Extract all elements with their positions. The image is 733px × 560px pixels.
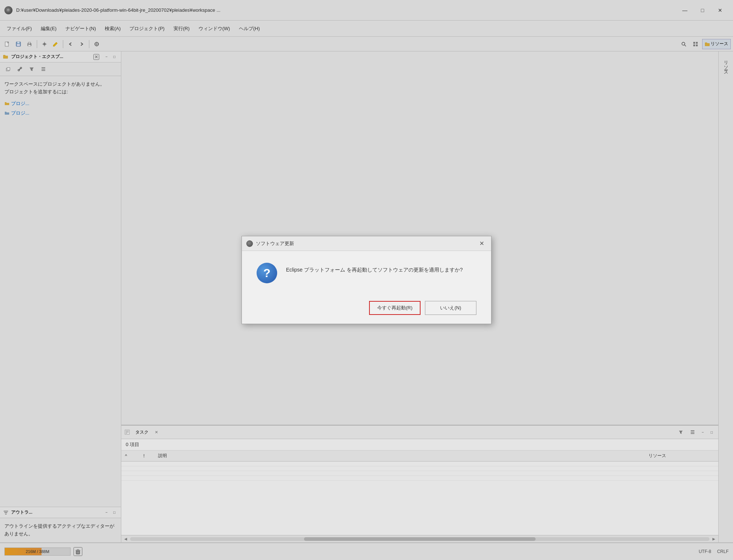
dialog-body: ? Eclipse プラットフォーム を再起動してソフトウェアの更新を適用します…	[242, 251, 491, 295]
dialog-footer: 今すぐ再起動(R) いいえ(N)	[242, 295, 491, 324]
dialog-close-button[interactable]: ✕	[476, 238, 487, 249]
dialog-title: ソフトウェア更新	[256, 240, 473, 247]
dialog-app-icon	[246, 240, 253, 247]
dialog-overlay: ソフトウェア更新 ✕ ? Eclipse プラットフォーム を再起動してソフトウ…	[0, 0, 733, 560]
dialog-message: Eclipse プラットフォーム を再起動してソフトウェアの更新を適用しますか?	[286, 263, 476, 274]
cancel-button[interactable]: いいえ(N)	[425, 301, 476, 315]
question-icon: ?	[257, 263, 277, 283]
dialog-title-bar: ソフトウェア更新 ✕	[242, 236, 491, 251]
software-update-dialog: ソフトウェア更新 ✕ ? Eclipse プラットフォーム を再起動してソフトウ…	[242, 236, 491, 324]
restart-now-button[interactable]: 今すぐ再起動(R)	[369, 301, 421, 315]
